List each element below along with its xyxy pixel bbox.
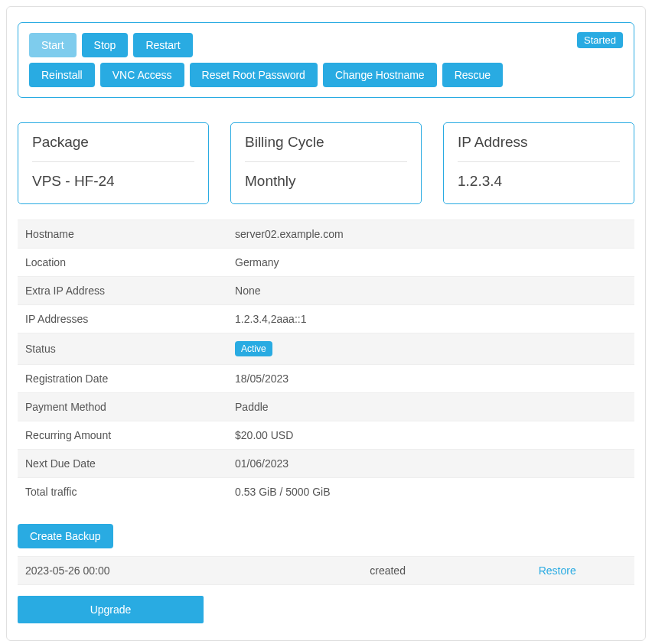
detail-value: 18/05/2023 (227, 365, 634, 393)
detail-value: server02.example.com (227, 220, 634, 249)
detail-value: Germany (227, 249, 634, 277)
billing-cycle-value: Monthly (245, 173, 407, 190)
details-table: Hostnameserver02.example.comLocationGerm… (18, 220, 634, 506)
detail-row: Payment MethodPaddle (18, 393, 634, 421)
billing-cycle-label: Billing Cycle (245, 134, 407, 162)
detail-label: Recurring Amount (18, 421, 227, 450)
detail-row: LocationGermany (18, 249, 634, 277)
detail-label: Payment Method (18, 393, 227, 421)
reset-root-password-button[interactable]: Reset Root Password (190, 63, 318, 87)
detail-label: Hostname (18, 220, 227, 249)
start-button[interactable]: Start (29, 33, 77, 57)
backup-row: 2023-05-26 00:00createdRestore (18, 557, 634, 585)
package-value: VPS - HF-24 (32, 173, 194, 190)
ip-address-value: 1.2.3.4 (458, 173, 620, 190)
detail-row: Total traffic0.53 GiB / 5000 GiB (18, 478, 634, 506)
restart-button[interactable]: Restart (133, 33, 192, 57)
reinstall-button[interactable]: Reinstall (29, 63, 95, 87)
detail-row: Registration Date18/05/2023 (18, 365, 634, 393)
detail-value: $20.00 USD (227, 421, 634, 450)
detail-label: Next Due Date (18, 450, 227, 478)
status-badge: Started (577, 32, 623, 48)
detail-row: Recurring Amount$20.00 USD (18, 421, 634, 450)
detail-label: Extra IP Address (18, 277, 227, 305)
control-panel: Started Start Stop Restart Reinstall VNC… (18, 22, 634, 98)
active-badge: Active (235, 341, 272, 356)
detail-value: 0.53 GiB / 5000 GiB (227, 478, 634, 506)
detail-value: None (227, 277, 634, 305)
upgrade-button[interactable]: Upgrade (18, 596, 204, 623)
package-label: Package (32, 134, 194, 162)
billing-cycle-card: Billing Cycle Monthly (230, 122, 422, 204)
detail-row: IP Addresses1.2.3.4,2aaa::1 (18, 305, 634, 333)
backup-status: created (295, 557, 481, 585)
management-controls: Reinstall VNC Access Reset Root Password… (29, 63, 623, 87)
detail-label: IP Addresses (18, 305, 227, 333)
vps-panel: Started Start Stop Restart Reinstall VNC… (6, 6, 646, 641)
detail-row: Next Due Date01/06/2023 (18, 450, 634, 478)
detail-label: Status (18, 333, 227, 365)
detail-row: Hostnameserver02.example.com (18, 220, 634, 249)
detail-label: Location (18, 249, 227, 277)
ip-address-card: IP Address 1.2.3.4 (443, 122, 634, 204)
info-cards: Package VPS - HF-24 Billing Cycle Monthl… (18, 122, 634, 204)
create-backup-button[interactable]: Create Backup (18, 524, 113, 548)
change-hostname-button[interactable]: Change Hostname (323, 63, 437, 87)
backup-date: 2023-05-26 00:00 (18, 557, 295, 585)
detail-value: 1.2.3.4,2aaa::1 (227, 305, 634, 333)
stop-button[interactable]: Stop (82, 33, 129, 57)
detail-row: Extra IP AddressNone (18, 277, 634, 305)
ip-address-label: IP Address (458, 134, 620, 162)
backup-action-cell: Restore (480, 557, 634, 585)
backup-table: 2023-05-26 00:00createdRestore (18, 556, 634, 585)
detail-row: StatusActive (18, 333, 634, 365)
detail-value: Paddle (227, 393, 634, 421)
rescue-button[interactable]: Rescue (442, 63, 503, 87)
restore-link[interactable]: Restore (539, 564, 576, 577)
detail-label: Registration Date (18, 365, 227, 393)
detail-value: Active (227, 333, 634, 365)
power-controls: Start Stop Restart (29, 33, 623, 57)
package-card: Package VPS - HF-24 (18, 122, 209, 204)
upgrade-section: Upgrade (18, 596, 634, 623)
detail-label: Total traffic (18, 478, 227, 506)
vnc-access-button[interactable]: VNC Access (100, 63, 184, 87)
backup-section: Create Backup 2023-05-26 00:00createdRes… (18, 524, 634, 585)
detail-value: 01/06/2023 (227, 450, 634, 478)
